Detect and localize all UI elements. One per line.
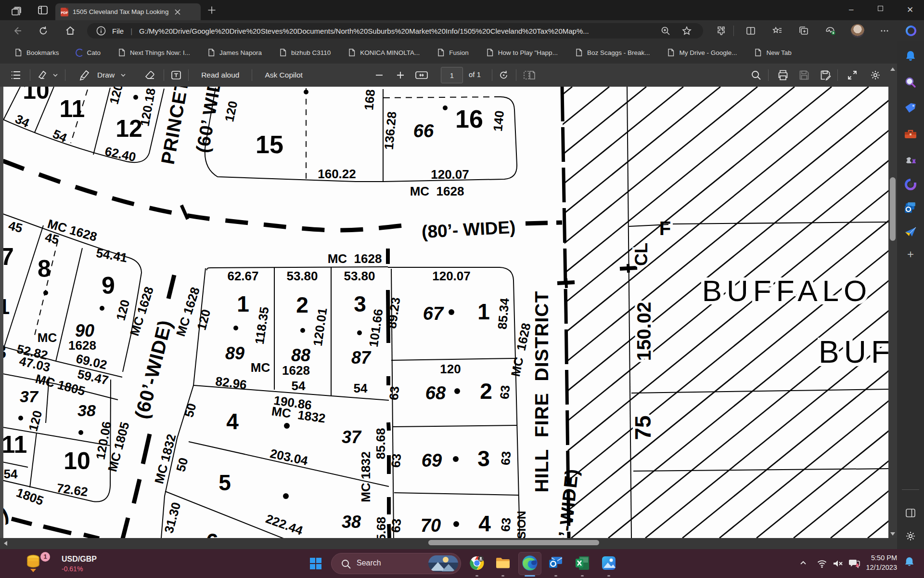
svg-text:63: 63 <box>498 517 513 532</box>
svg-text:63: 63 <box>497 385 513 400</box>
svg-text:63: 63 <box>388 453 404 468</box>
svg-text:4: 4 <box>226 409 239 434</box>
svg-text:53.80: 53.80 <box>344 269 375 283</box>
svg-text:87: 87 <box>351 348 372 368</box>
svg-text:MC 1628: MC 1628 <box>410 184 464 198</box>
svg-text:MC 1628: MC 1628 <box>328 251 382 266</box>
svg-text:54: 54 <box>292 379 306 393</box>
svg-text:1628: 1628 <box>282 363 310 378</box>
svg-text:11: 11 <box>3 431 27 458</box>
svg-text:F: F <box>659 218 671 239</box>
svg-text:5.68: 5.68 <box>374 517 388 538</box>
svg-text:BUF: BUF <box>819 335 888 369</box>
svg-text:1: 1 <box>237 291 249 316</box>
svg-text:69: 69 <box>422 450 442 471</box>
svg-text:85.68: 85.68 <box>373 428 388 459</box>
svg-text:5: 5 <box>218 470 231 495</box>
svg-text:68: 68 <box>425 383 446 403</box>
svg-text:4: 4 <box>478 511 491 536</box>
svg-text:75: 75 <box>630 415 655 440</box>
svg-text:7: 7 <box>3 243 14 270</box>
svg-text:38: 38 <box>342 512 361 532</box>
svg-text:16: 16 <box>455 105 483 133</box>
svg-text:89: 89 <box>225 343 244 363</box>
svg-text:63: 63 <box>388 518 404 533</box>
svg-text:1: 1 <box>3 295 10 318</box>
svg-text:9: 9 <box>102 272 115 299</box>
svg-text:3: 3 <box>3 341 6 362</box>
svg-text:62.67: 62.67 <box>227 269 258 283</box>
svg-text:PDF: PDF <box>61 11 68 15</box>
svg-text:120.07: 120.07 <box>432 269 471 283</box>
svg-text:11: 11 <box>60 95 85 122</box>
svg-text:2: 2 <box>480 379 492 404</box>
svg-text:3: 3 <box>477 446 490 471</box>
svg-text:3: 3 <box>354 291 366 316</box>
svg-text:38: 38 <box>77 401 96 420</box>
svg-text:2: 2 <box>296 292 308 317</box>
svg-text:53.80: 53.80 <box>286 269 318 283</box>
svg-text:1628: 1628 <box>68 338 96 353</box>
svg-text:63: 63 <box>498 451 513 466</box>
svg-text:MC: MC <box>38 330 57 345</box>
svg-text:37: 37 <box>342 427 362 447</box>
svg-text:160.22: 160.22 <box>318 167 356 181</box>
svg-text:10: 10 <box>23 87 50 104</box>
svg-text:MC 1832: MC 1832 <box>359 451 373 502</box>
svg-text:67: 67 <box>423 303 444 324</box>
svg-text:85.34: 85.34 <box>495 297 512 330</box>
svg-text:CL: CL <box>631 243 651 266</box>
svg-text:1: 1 <box>477 299 490 324</box>
svg-text:10: 10 <box>64 447 90 474</box>
svg-text:54: 54 <box>4 467 18 481</box>
svg-text:63: 63 <box>386 386 402 401</box>
svg-text:54: 54 <box>354 381 368 395</box>
svg-text:HILL FIRE DISTRICT: HILL FIRE DISTRICT <box>531 291 552 493</box>
svg-text:120.07: 120.07 <box>431 167 469 182</box>
svg-text:MC: MC <box>251 360 270 375</box>
svg-text:140: 140 <box>490 110 507 132</box>
svg-text:70: 70 <box>421 515 441 536</box>
svg-text:6: 6 <box>206 529 218 538</box>
svg-text:168: 168 <box>361 89 378 111</box>
svg-text:8: 8 <box>38 255 51 282</box>
svg-text:88: 88 <box>291 345 310 365</box>
svg-text:15: 15 <box>256 131 283 158</box>
svg-text:150.02: 150.02 <box>633 302 654 361</box>
svg-text:37: 37 <box>20 387 39 406</box>
svg-text:120: 120 <box>440 362 461 376</box>
svg-text:SION: SION <box>515 511 528 538</box>
svg-text:66: 66 <box>413 121 434 141</box>
svg-text:90: 90 <box>75 321 94 341</box>
svg-text:BUFFALO: BUFFALO <box>702 274 872 307</box>
